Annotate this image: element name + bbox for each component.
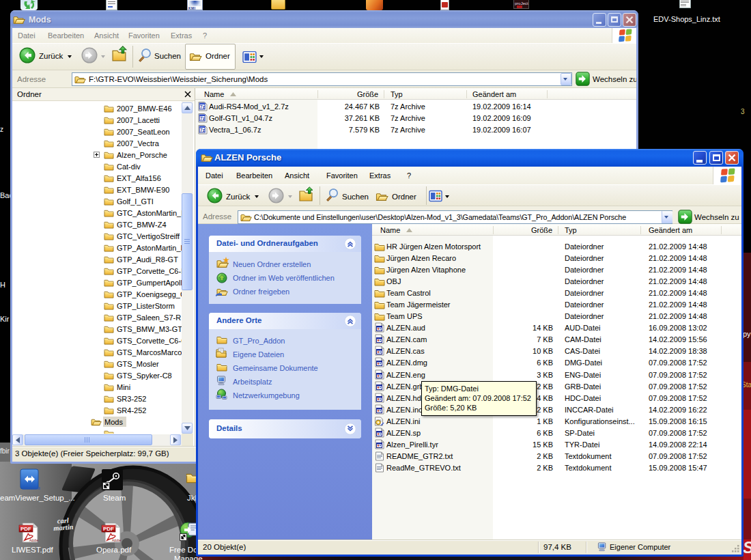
svg-text:PDF: PDF <box>20 526 31 532</box>
svg-text:7z: 7z <box>200 104 206 109</box>
svg-text:7z: 7z <box>200 128 206 132</box>
svg-text:Adobe: Adobe <box>112 539 122 542</box>
svg-text:7z: 7z <box>200 116 206 121</box>
svg-text:PDF: PDF <box>103 526 114 532</box>
svg-text:Adobe: Adobe <box>29 539 39 542</box>
